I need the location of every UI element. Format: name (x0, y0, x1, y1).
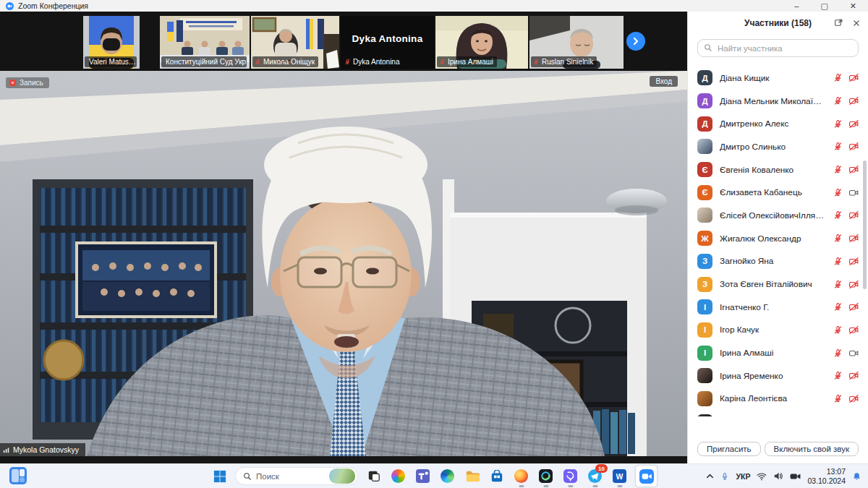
avatar: З (697, 277, 712, 292)
invite-button[interactable]: Пригласить (697, 442, 761, 456)
file-explorer-icon[interactable] (463, 467, 481, 485)
system-tray: УКР 13:07 03.10.2024 (706, 467, 861, 485)
start-button[interactable] (210, 467, 229, 485)
language-indicator[interactable]: УКР (736, 472, 750, 481)
word-icon[interactable]: W (610, 467, 629, 485)
participant-row[interactable]: І Ігнатченко Г. (688, 296, 868, 319)
mic-muted-icon (833, 325, 843, 335)
participant-name: Зота Євген Віталійович (720, 279, 826, 289)
restore-button[interactable]: ▢ (820, 2, 827, 10)
participant-row[interactable]: З Загнойко Яна (688, 250, 868, 273)
close-window-button[interactable]: ✕ (850, 2, 856, 10)
participant-row[interactable]: Д Діана Кищик (688, 67, 868, 90)
avatar: Д (697, 93, 712, 108)
copilot-icon[interactable] (389, 467, 407, 485)
thumbnail-name-label: Ірина Алмаші (437, 56, 497, 67)
mic-muted-icon (833, 394, 843, 403)
audio-level-icon (3, 446, 10, 453)
participant-row[interactable]: Каріна Леонтієва (688, 388, 868, 411)
viber-icon[interactable] (561, 467, 579, 485)
wifi-icon[interactable] (757, 472, 767, 481)
participant-name: Діана Мельник Миколаївна (720, 96, 826, 106)
participant-row[interactable]: Єлісей ОлексійовичІлляшенко (688, 204, 868, 227)
participant-row[interactable]: Д Дмитренко Алекс (688, 112, 868, 135)
participant-row[interactable]: І Ірина Алмаші (688, 341, 868, 364)
camera-off-icon (848, 165, 859, 174)
avatar: Є (697, 185, 712, 200)
speaker-icon[interactable] (773, 471, 783, 481)
camera-off-icon (848, 234, 859, 243)
mic-muted-icon (833, 96, 843, 106)
video-thumbnail-onishchuk[interactable]: Микола Оніщук (251, 16, 339, 69)
mic-muted-icon (833, 188, 843, 197)
participant-row[interactable]: Є Євгенія Коваленко (688, 158, 868, 181)
participant-name: Дмитренко Алекс (720, 119, 826, 129)
unmute-button[interactable]: Включить свой звук (765, 442, 859, 456)
thumbnail-name-label: Ruslan Sinielnik (531, 56, 597, 67)
mic-muted-icon (344, 59, 351, 65)
participant-name: Ірина Алмаші (720, 348, 826, 358)
task-view-icon[interactable] (365, 467, 383, 485)
tray-camera-icon[interactable] (790, 472, 801, 481)
avatar: І (697, 299, 712, 314)
mic-muted-icon (833, 371, 843, 380)
mic-muted-icon (439, 59, 446, 65)
participant-row[interactable]: Д Діана Мельник Миколаївна (688, 90, 868, 113)
window-title: Zoom Конференция (18, 1, 88, 10)
notification-bell-icon[interactable] (852, 471, 861, 481)
popout-panel-icon[interactable] (834, 18, 843, 27)
participant-row[interactable]: Ірина Яременко (688, 364, 868, 388)
video-thumbnail-valeri[interactable]: Valeri Matus… (83, 16, 140, 69)
avatar (697, 207, 712, 223)
participant-name: Дмитро Слинько (720, 142, 826, 152)
webex-icon[interactable] (537, 467, 555, 485)
zoom-taskbar-icon[interactable] (635, 465, 658, 487)
participant-row[interactable]: Катерина Випирайло (688, 410, 868, 416)
recording-dot-icon (9, 80, 16, 86)
mic-muted-icon (833, 142, 843, 151)
tray-microphone-icon[interactable] (720, 471, 729, 481)
participant-row[interactable]: Є Єлизавета Кабанець (688, 181, 868, 204)
zoom-conference-screen: Zoom Конференция – ▢ ✕ Valeri Matus… (0, 0, 868, 488)
search-icon (704, 43, 712, 52)
svg-text:W: W (616, 473, 624, 481)
widgets-icon[interactable] (9, 467, 27, 484)
avatar (697, 414, 712, 416)
mic-muted-icon (255, 59, 261, 65)
participant-row[interactable]: Дмитро Слинько (688, 135, 868, 158)
camera-on-icon (848, 188, 859, 197)
telegram-icon[interactable]: 10 (586, 467, 604, 485)
microsoft-store-icon[interactable] (488, 467, 506, 485)
entry-badge: Вход (650, 76, 678, 87)
participant-search-input[interactable] (697, 39, 859, 57)
minimize-button[interactable]: – (794, 2, 799, 10)
search-icon (243, 472, 252, 481)
firefox-icon[interactable] (512, 467, 530, 485)
window-titlebar: Zoom Конференция – ▢ ✕ (0, 0, 868, 12)
next-page-button[interactable] (626, 32, 645, 51)
participant-row[interactable]: Ж Жигалюк Олександр (688, 227, 868, 250)
mic-muted-icon (833, 280, 843, 289)
taskbar-clock[interactable]: 13:07 03.10.2024 (807, 467, 846, 485)
tray-chevron-up-icon[interactable] (706, 472, 714, 480)
panel-scrollbar[interactable] (863, 160, 867, 289)
taskbar-search-box[interactable]: Поиск (235, 467, 358, 485)
camera-off-icon (848, 280, 859, 289)
active-speaker-video[interactable]: Запись Вход Mykola Gnatovskyy (0, 71, 687, 456)
participant-name: Євгенія Коваленко (720, 165, 826, 175)
mic-muted-icon (833, 210, 843, 220)
thumbnail-name-label: Конституційний Суд Укр… (161, 56, 247, 67)
video-thumbnail-sinielnik[interactable]: Ruslan Sinielnik (529, 16, 624, 69)
participant-name: Єлісей ОлексійовичІлляшенко (720, 210, 826, 221)
thumbnail-name-label: Dyka Antonina (342, 56, 404, 67)
video-thumbnail-almashi[interactable]: Ірина Алмаші (435, 16, 528, 69)
video-thumbnail-court[interactable]: Конституційний Суд Укр… (160, 16, 250, 69)
participant-row[interactable]: З Зота Євген Віталійович (688, 273, 868, 296)
video-thumbnail-dyka[interactable]: Dyka Antonina Dyka Antonina (341, 16, 434, 69)
edge-icon[interactable] (438, 467, 456, 485)
zoom-app-icon (6, 2, 14, 10)
teams-icon[interactable] (414, 467, 432, 485)
participant-row[interactable]: І Ігор Качук (688, 319, 868, 342)
close-panel-icon[interactable] (852, 19, 861, 27)
search-highlight-image[interactable] (329, 468, 355, 484)
